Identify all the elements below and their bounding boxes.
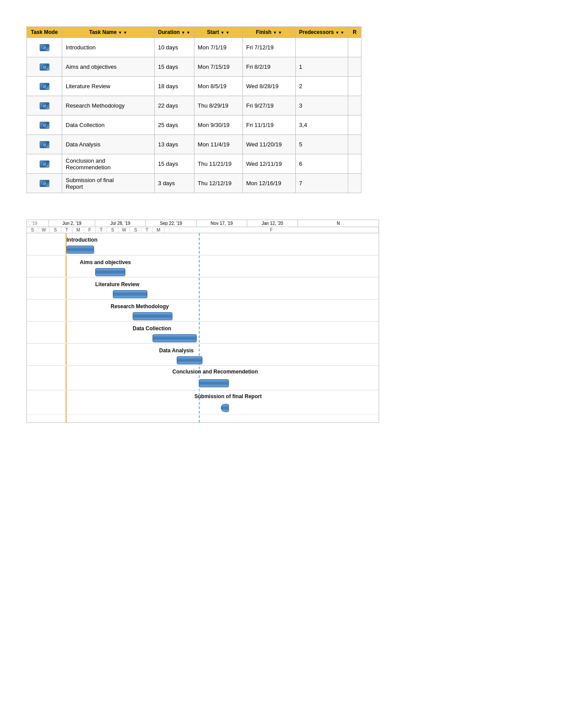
task-mode-icon-6: ↺ bbox=[40, 141, 49, 148]
table-row: ↺Data Collection25 daysMon 9/30/19Fri 11… bbox=[27, 116, 361, 135]
task-bar-1[interactable] bbox=[67, 246, 94, 254]
task-name-header-text: Task Name bbox=[89, 29, 116, 35]
task-mode-icon-1: ↺ bbox=[40, 44, 49, 51]
start-cell-3: Mon 8/5/19 bbox=[194, 77, 242, 96]
finish-cell-5: Fri 11/1/19 bbox=[242, 116, 295, 135]
start-header-text: Start bbox=[207, 29, 219, 35]
finish-cell-2: Fri 8/2/19 bbox=[242, 57, 295, 77]
day-cell: S bbox=[130, 227, 141, 233]
task-name-cell-1: Introduction bbox=[62, 38, 155, 57]
task-label-3: Literature Review bbox=[95, 281, 139, 287]
day-cell: M bbox=[73, 227, 84, 233]
task-label-1: Introduction bbox=[67, 237, 97, 243]
r-cell-3 bbox=[348, 77, 361, 96]
day-cell: M bbox=[153, 227, 164, 233]
task-mode-cell-7: ↺ bbox=[27, 154, 62, 174]
finish-cell-8: Mon 12/16/19 bbox=[242, 174, 295, 193]
task-bar-7[interactable] bbox=[199, 379, 229, 387]
pred-sort-icon[interactable]: ▼ bbox=[335, 30, 344, 35]
start-cell-6: Mon 11/4/19 bbox=[194, 135, 242, 154]
month-cell: Jan 12, '20 bbox=[247, 220, 298, 227]
task-mode-cell-3: ↺ bbox=[27, 77, 62, 96]
day-cell: S bbox=[50, 227, 61, 233]
task-mode-icon-3: ↺ bbox=[40, 83, 49, 90]
duration-header-text: Duration bbox=[158, 29, 180, 35]
table-row: ↺Introduction10 daysMon 7/1/19Fri 7/12/1… bbox=[27, 38, 361, 57]
task-bar-3[interactable] bbox=[113, 290, 147, 298]
month-cell: Nov 17, '19 bbox=[197, 220, 247, 227]
col-header-r: R bbox=[348, 27, 361, 38]
task-mode-cell-2: ↺ bbox=[27, 57, 62, 77]
finish-cell-1: Fri 7/12/19 bbox=[242, 38, 295, 57]
finish-header-text: Finish bbox=[256, 29, 272, 35]
task-mode-icon-2: ↺ bbox=[40, 63, 49, 71]
gantt-table: Task Mode Task Name ▼ Duration ▼ Start ▼… bbox=[26, 26, 361, 193]
month-cell: ', '19 bbox=[27, 220, 49, 227]
task-mode-cell-4: ↺ bbox=[27, 96, 62, 116]
pred-cell-1 bbox=[295, 38, 348, 57]
start-sort-icon[interactable]: ▼ bbox=[220, 30, 229, 35]
finish-cell-4: Fri 9/27/19 bbox=[242, 96, 295, 116]
table-row: ↺Data Analysis13 daysMon 11/4/19Wed 11/2… bbox=[27, 135, 361, 154]
r-cell-4 bbox=[348, 96, 361, 116]
pred-cell-2: 1 bbox=[295, 57, 348, 77]
gantt-row-2: Aims and objectives bbox=[27, 255, 379, 277]
task-bar-8[interactable] bbox=[221, 404, 229, 412]
pred-cell-6: 5 bbox=[295, 135, 348, 154]
col-header-start: Start ▼ bbox=[194, 27, 242, 38]
month-cell: Jun 2, '19 bbox=[49, 220, 95, 227]
task-bar-4[interactable] bbox=[133, 312, 172, 320]
start-cell-1: Mon 7/1/19 bbox=[194, 38, 242, 57]
col-header-task-mode: Task Mode bbox=[27, 27, 62, 38]
duration-cell-4: 22 days bbox=[154, 96, 194, 116]
gantt-body: Introduction Aims and objectives Literat… bbox=[26, 233, 379, 423]
gantt-row-6: Data Analysis bbox=[27, 343, 379, 366]
task-bar-6[interactable] bbox=[177, 356, 202, 364]
col-header-predecessors: Predecessors ▼ bbox=[295, 27, 348, 38]
task-bar-2[interactable] bbox=[95, 268, 125, 276]
task-name-cell-8: Submission of finalReport bbox=[62, 174, 155, 193]
pred-cell-4: 3 bbox=[295, 96, 348, 116]
task-label-8: Submission of final Report bbox=[194, 393, 262, 399]
task-bar-5[interactable] bbox=[153, 334, 197, 342]
r-cell-8 bbox=[348, 174, 361, 193]
finish-cell-7: Wed 12/11/19 bbox=[242, 154, 295, 174]
table-section: Task Mode Task Name ▼ Duration ▼ Start ▼… bbox=[26, 26, 536, 193]
gantt-row-4: Research Methodology bbox=[27, 299, 379, 321]
duration-cell-1: 10 days bbox=[154, 38, 194, 57]
finish-cell-6: Wed 11/20/19 bbox=[242, 135, 295, 154]
start-cell-5: Mon 9/30/19 bbox=[194, 116, 242, 135]
col-header-task-name: Task Name ▼ bbox=[62, 27, 155, 38]
month-cell: N bbox=[298, 220, 379, 227]
day-cell: S bbox=[107, 227, 119, 233]
r-cell-5 bbox=[348, 116, 361, 135]
task-name-cell-6: Data Analysis bbox=[62, 135, 155, 154]
gantt-row-8: Submission of final Report bbox=[27, 390, 379, 415]
timeline-header: ', '19 Jun 2, '19 Jul 28, '19 Sep 22, '1… bbox=[26, 220, 379, 233]
day-cell: S bbox=[27, 227, 38, 233]
start-cell-7: Thu 11/21/19 bbox=[194, 154, 242, 174]
r-cell-6 bbox=[348, 135, 361, 154]
day-cell: F bbox=[164, 227, 379, 233]
r-cell-2 bbox=[348, 57, 361, 77]
gantt-row-3: Literature Review bbox=[27, 277, 379, 299]
table-row: ↺Conclusion andRecommendetion15 daysThu … bbox=[27, 154, 361, 174]
task-label-7: Conclusion and Recommendetion bbox=[172, 369, 258, 375]
day-row: S W S T M F T S W S T M F bbox=[27, 227, 379, 233]
gantt-row-5: Data Collection bbox=[27, 321, 379, 343]
task-mode-cell-1: ↺ bbox=[27, 38, 62, 57]
duration-sort-icon[interactable]: ▼ bbox=[181, 30, 190, 35]
finish-sort-icon[interactable]: ▼ bbox=[273, 30, 282, 35]
day-cell: T bbox=[96, 227, 107, 233]
pred-cell-8: 7 bbox=[295, 174, 348, 193]
task-name-cell-7: Conclusion andRecommendetion bbox=[62, 154, 155, 174]
gantt-row-1: Introduction bbox=[27, 233, 379, 255]
task-mode-cell-5: ↺ bbox=[27, 116, 62, 135]
pred-cell-3: 2 bbox=[295, 77, 348, 96]
gantt-row-7: Conclusion and Recommendetion bbox=[27, 366, 379, 390]
duration-cell-8: 3 days bbox=[154, 174, 194, 193]
finish-cell-3: Wed 8/28/19 bbox=[242, 77, 295, 96]
start-cell-4: Thu 8/29/19 bbox=[194, 96, 242, 116]
task-name-sort-icon[interactable]: ▼ bbox=[118, 30, 127, 35]
col-header-duration: Duration ▼ bbox=[154, 27, 194, 38]
